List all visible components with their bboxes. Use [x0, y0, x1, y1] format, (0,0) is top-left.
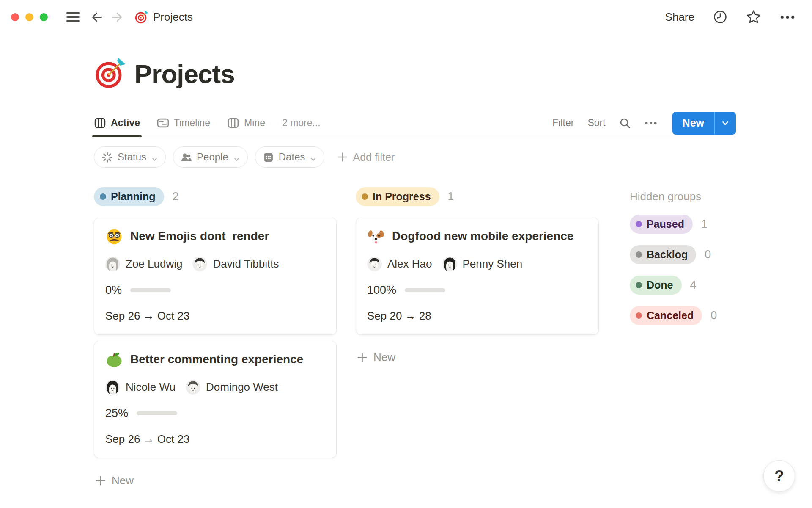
assignee-name: David Tibbitts: [213, 257, 279, 271]
dart-emoji-icon: [134, 10, 148, 24]
assignee: Alex Hao: [367, 257, 432, 271]
avatar: [186, 380, 200, 395]
dates-filter-chip[interactable]: Dates: [255, 146, 325, 168]
group-count: 1: [448, 190, 454, 203]
status-pill-backlog[interactable]: Backlog: [630, 245, 696, 264]
avatar: [192, 257, 207, 271]
status-pill-in-progress[interactable]: In Progress: [356, 187, 439, 206]
progress-bar: [130, 288, 171, 292]
assignee: David Tibbitts: [192, 257, 279, 271]
hidden-group-done: Done 4: [630, 276, 735, 295]
progress-label: 25%: [105, 407, 128, 420]
assignee: Domingo West: [186, 380, 278, 395]
tab-mine[interactable]: Mine: [227, 109, 265, 137]
calendar-icon: [263, 152, 274, 163]
chevron-down-icon: [233, 154, 240, 161]
green-apple-emoji-icon: [105, 351, 123, 368]
page-dart-emoji-icon[interactable]: [94, 58, 126, 90]
chevron-down-icon: [151, 154, 158, 161]
people-icon: [181, 152, 192, 163]
page-title[interactable]: Projects: [134, 59, 235, 89]
close-window-button[interactable]: [11, 13, 19, 21]
filter-button[interactable]: Filter: [552, 117, 574, 129]
sort-button[interactable]: Sort: [587, 117, 605, 129]
assignee-name: Domingo West: [206, 381, 278, 394]
search-icon[interactable]: [619, 117, 631, 129]
sidebar-toggle-icon[interactable]: [66, 12, 80, 22]
dog-face-emoji-icon: [367, 227, 385, 245]
kanban-board: Planning 2 New Emojis dont render Zoe Lu…: [94, 187, 736, 490]
card-title: New Emojis dont render: [130, 229, 269, 243]
view-options-icon[interactable]: [645, 121, 657, 125]
avatar: [367, 257, 382, 271]
project-card[interactable]: Better commenting experience Nicole Wu D…: [94, 341, 337, 458]
minimize-window-button[interactable]: [25, 13, 33, 21]
assignee: Zoe Ludwig: [105, 257, 182, 271]
chevron-down-icon: [310, 154, 317, 161]
hidden-groups-title: Hidden groups: [630, 187, 735, 203]
plus-icon: [337, 152, 348, 163]
new-button[interactable]: New: [672, 112, 736, 135]
back-icon[interactable]: [91, 11, 104, 24]
share-button[interactable]: Share: [665, 11, 694, 24]
add-card-button[interactable]: New: [356, 348, 599, 367]
status-dot: [636, 221, 642, 227]
breadcrumb[interactable]: Projects: [134, 10, 193, 24]
plus-icon: [95, 475, 106, 486]
hidden-group-canceled: Canceled 0: [630, 306, 735, 325]
breadcrumb-label: Projects: [153, 11, 193, 24]
tab-more-views[interactable]: 2 more...: [282, 109, 321, 137]
project-card[interactable]: New Emojis dont render Zoe Ludwig David …: [94, 218, 337, 335]
tab-timeline[interactable]: Timeline: [157, 109, 210, 137]
more-options-icon[interactable]: [780, 15, 795, 19]
status-pill-done[interactable]: Done: [630, 276, 682, 295]
view-tabs: Active Timeline Mine 2 more...: [94, 109, 321, 137]
people-filter-chip[interactable]: People: [173, 146, 248, 168]
view-tabbar: Active Timeline Mine 2 more... Filter So…: [94, 109, 736, 137]
card-dates: Sep 26 → Oct 23: [105, 309, 325, 323]
app-window: Projects Share Projects Active Timel: [0, 0, 812, 508]
status-dot: [362, 193, 368, 200]
status-pill-planning[interactable]: Planning: [94, 187, 164, 206]
tab-active[interactable]: Active: [94, 109, 140, 137]
avatar: [105, 257, 120, 271]
updates-clock-icon[interactable]: [713, 10, 727, 24]
status-dot: [636, 251, 642, 258]
hidden-group-paused: Paused 1: [630, 215, 735, 234]
card-title: Dogfood new mobile experience: [392, 229, 573, 243]
column-planning: Planning 2 New Emojis dont render Zoe Lu…: [94, 187, 337, 490]
assignee-name: Zoe Ludwig: [126, 257, 182, 271]
project-card[interactable]: Dogfood new mobile experience Alex Hao P…: [356, 218, 599, 335]
status-pill-canceled[interactable]: Canceled: [630, 306, 702, 325]
progress-label: 100%: [367, 284, 396, 297]
assignee-name: Penny Shen: [463, 257, 523, 271]
progress-bar: [405, 288, 445, 292]
zoom-window-button[interactable]: [40, 13, 48, 21]
group-count: 2: [173, 190, 179, 203]
status-dot: [100, 193, 106, 200]
status-filter-chip[interactable]: Status: [94, 146, 166, 168]
progress-row: 0%: [105, 284, 325, 297]
avatar: [442, 257, 457, 271]
add-filter-button[interactable]: Add filter: [337, 151, 395, 163]
topbar-actions: Share: [665, 9, 795, 25]
progress-row: 25%: [105, 407, 325, 420]
board-view-icon: [94, 117, 106, 129]
group-count: 0: [710, 309, 717, 322]
filter-bar: Status People Dates Add filter: [94, 146, 736, 168]
board-view-icon: [227, 117, 239, 129]
favorite-star-icon[interactable]: [746, 9, 761, 25]
card-dates: Sep 20 → 28: [367, 309, 587, 323]
group-count: 4: [690, 279, 697, 292]
group-count: 0: [705, 248, 711, 261]
help-button[interactable]: ?: [763, 460, 795, 492]
card-dates: Sep 26 → Oct 23: [105, 433, 325, 446]
forward-icon[interactable]: [110, 11, 123, 24]
disguised-face-emoji-icon: [105, 227, 123, 245]
assignee-name: Nicole Wu: [126, 381, 176, 394]
add-card-button[interactable]: New: [94, 472, 337, 490]
window-topbar: Projects Share: [0, 0, 812, 34]
status-pill-paused[interactable]: Paused: [630, 215, 693, 234]
new-dropdown-chevron-icon[interactable]: [714, 112, 736, 135]
progress-row: 100%: [367, 284, 587, 297]
